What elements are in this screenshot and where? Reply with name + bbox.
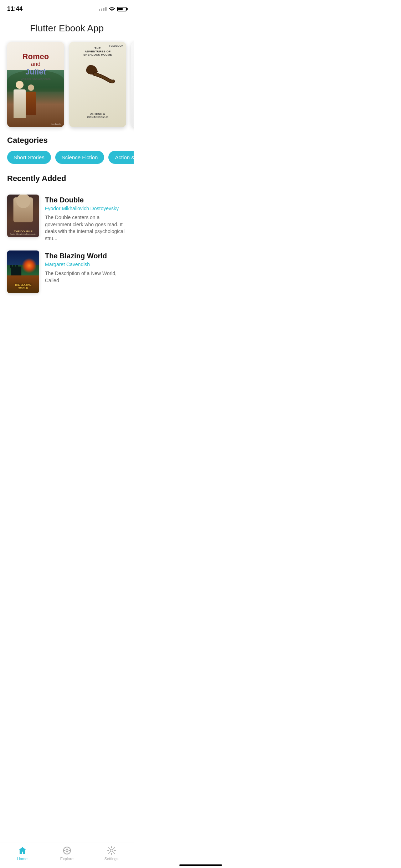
recently-added-title: Recently Added xyxy=(0,174,134,190)
the-blazing-world-title: The Blazing World xyxy=(45,252,127,260)
romeo-title: Romeo xyxy=(21,52,51,61)
romeo-and: and xyxy=(21,61,51,67)
the-double-description: The Double centers on a government clerk… xyxy=(45,214,127,242)
category-action-adventure[interactable]: Action & Adventure xyxy=(108,151,134,164)
wifi-icon xyxy=(109,6,115,12)
romeo-badge: feedbooks xyxy=(51,123,61,125)
signal-icon xyxy=(99,7,107,11)
sherlock-title-line3: SHERLOCK HOLME xyxy=(69,53,126,56)
sherlock-author-part2: CONAN DOYLE xyxy=(69,115,126,119)
romeo-juliet: Juliet xyxy=(21,67,51,77)
sherlock-pipe-icon xyxy=(80,62,115,91)
the-double-author: Fyodor Mikhailovich Dostoyevsky xyxy=(45,206,127,211)
the-blazing-world-author: Margaret Cavendish xyxy=(45,262,127,267)
featured-book-romeo-juliet[interactable]: Romeo and Juliet William Shakespeare xyxy=(7,42,64,127)
book-list-item-the-double[interactable]: THE DOUBLE Fyodor Mikhailovich Dostoyevs… xyxy=(7,190,127,246)
categories-title: Categories xyxy=(0,136,134,151)
romeo-author: William Shakespeare xyxy=(21,77,51,81)
the-blazing-world-description: The Description of a New World, Called xyxy=(45,270,127,284)
sherlock-title-line1: THE xyxy=(69,47,126,50)
featured-book-alice[interactable]: AliceAdventuresWonderlan * LewCarro xyxy=(131,42,134,127)
sherlock-title-line2: ADVENTURES OF xyxy=(69,50,126,53)
featured-books-carousel: Romeo and Juliet William Shakespeare xyxy=(0,40,134,136)
sherlock-author-part1: ARTHUR & xyxy=(69,112,126,115)
the-double-info: The Double Fyodor Mikhailovich Dostoyevs… xyxy=(45,195,127,242)
featured-book-sherlock[interactable]: FEEDBOOK THE ADVENTURES OF SHERLOCK HOLM… xyxy=(69,42,126,127)
the-blazing-world-cover: THE BLAZINGWORLD xyxy=(7,250,39,293)
category-science-fiction[interactable]: Science Fiction xyxy=(55,151,104,164)
book-list-item-the-blazing-world[interactable]: THE BLAZINGWORLD The Blazing World Marga… xyxy=(7,246,127,298)
status-bar: 11:44 xyxy=(0,0,134,16)
the-double-title: The Double xyxy=(45,196,127,204)
the-blazing-world-info: The Blazing World Margaret Cavendish The… xyxy=(45,250,127,284)
the-double-cover: THE DOUBLE Fyodor Mikhailovich Dostoyevs… xyxy=(7,195,39,237)
app-title: Flutter Ebook App xyxy=(0,16,134,40)
double-thumb-author: Fyodor Mikhailovich Dostoyevsky xyxy=(9,233,37,235)
status-time: 11:44 xyxy=(7,5,22,12)
category-short-stories[interactable]: Short Stories xyxy=(7,151,51,164)
double-thumb-title: THE DOUBLE xyxy=(9,230,37,233)
feedbook-badge: FEEDBOOK xyxy=(109,45,123,47)
recently-added-list: THE DOUBLE Fyodor Mikhailovich Dostoyevs… xyxy=(0,190,134,298)
status-icons xyxy=(99,6,127,12)
battery-icon xyxy=(117,7,127,11)
blazing-thumb-title: THE BLAZINGWORLD xyxy=(7,283,39,290)
categories-row: Short Stories Science Fiction Action & A… xyxy=(0,151,134,174)
